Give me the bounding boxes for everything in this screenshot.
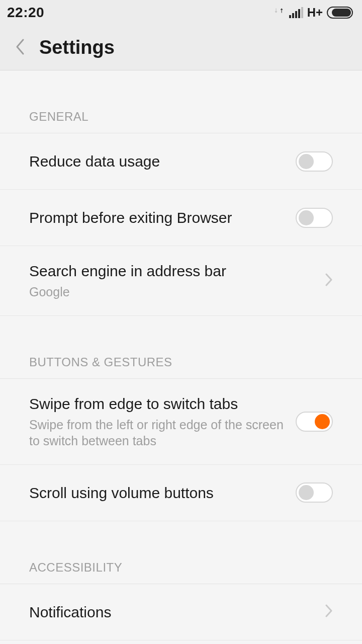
toggle-prompt-before-exit[interactable]: [296, 208, 333, 228]
svg-rect-3: [298, 9, 300, 18]
row-subtitle: Google: [29, 284, 315, 300]
row-prompt-before-exit[interactable]: Prompt before exiting Browser: [0, 190, 362, 246]
row-title: Swipe from edge to switch tabs: [29, 394, 286, 414]
svg-rect-0: [289, 15, 291, 18]
row-swipe-switch-tabs[interactable]: Swipe from edge to switch tabs Swipe fro…: [0, 379, 362, 465]
svg-rect-2: [295, 11, 297, 18]
status-bar: 22:20 H+: [0, 0, 362, 25]
status-time: 22:20: [7, 5, 44, 21]
section-header-general: GENERAL: [0, 70, 362, 133]
svg-rect-1: [292, 13, 294, 18]
header-bar: Settings: [0, 25, 362, 70]
section-header-accessibility: ACCESSIBILITY: [0, 521, 362, 584]
data-arrows-icon: [274, 7, 285, 18]
chevron-right-icon: [325, 604, 333, 620]
page-title: Settings: [39, 37, 115, 58]
back-icon[interactable]: [15, 38, 25, 57]
row-scroll-volume-buttons[interactable]: Scroll using volume buttons: [0, 465, 362, 521]
network-type: H+: [307, 6, 323, 20]
toggle-scroll-volume-buttons[interactable]: [296, 482, 333, 503]
toggle-reduce-data-usage[interactable]: [296, 151, 333, 172]
settings-content: GENERAL Reduce data usage Prompt before …: [0, 70, 362, 640]
row-reduce-data-usage[interactable]: Reduce data usage: [0, 133, 362, 190]
svg-rect-6: [332, 9, 351, 17]
row-search-engine[interactable]: Search engine in address bar Google: [0, 246, 362, 316]
row-title: Prompt before exiting Browser: [29, 208, 286, 227]
row-title: Notifications: [29, 602, 315, 622]
signal-icon: [289, 7, 303, 18]
row-title: Scroll using volume buttons: [29, 483, 286, 503]
section-header-buttons-gestures: BUTTONS & GESTURES: [0, 316, 362, 379]
chevron-right-icon: [325, 273, 333, 289]
row-title: Reduce data usage: [29, 151, 286, 171]
row-subtitle: Swipe from the left or right edge of the…: [29, 417, 286, 449]
toggle-swipe-switch-tabs[interactable]: [296, 412, 333, 432]
svg-rect-4: [301, 7, 303, 18]
row-notifications[interactable]: Notifications: [0, 584, 362, 640]
row-title: Search engine in address bar: [29, 261, 315, 281]
battery-icon: [327, 7, 355, 19]
status-right: H+: [274, 6, 355, 20]
